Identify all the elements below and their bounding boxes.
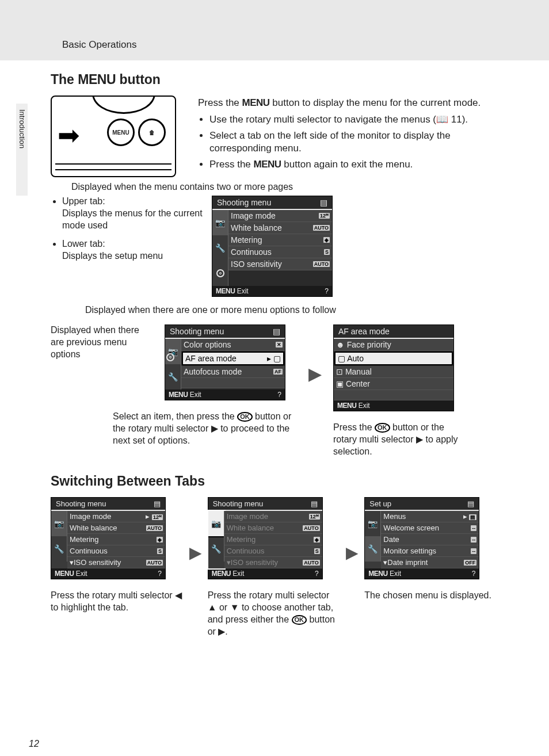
help-icon: ?: [325, 287, 329, 295]
menu-screenshot-2-col: Shooting menu▤ 📷 🔧 Color options✕ AF are…: [165, 324, 297, 446]
header-band: Basic Operations: [0, 0, 549, 60]
scroll-icon: ▤: [320, 198, 327, 207]
tab-descriptions: Upper tab:Displays the menus for the cur…: [51, 196, 204, 269]
menu-screenshot-3-col: AF area mode ☻ Face priority ▢ Auto ⊡ Ma…: [333, 324, 466, 457]
bullet-select-tab: Select a tab on the left side of the mon…: [209, 129, 497, 155]
note-pages: Displayed when the menu contains two or …: [71, 182, 497, 192]
switch-step-1: Shooting menu▤ 📷🔧 Image mode▸ 12ᴹ White …: [51, 497, 184, 614]
setup-tab-icon: 🔧: [365, 536, 381, 562]
switch-step-2: Shooting menu▤ 📷 🔧 Image mode12ᴹ White b…: [208, 497, 341, 637]
setup-tab-icon: 🔧: [208, 536, 224, 562]
caption-step-3: The chosen menu is displayed.: [364, 590, 497, 602]
scroll-icon: ▤: [273, 327, 280, 336]
caption-select: Select an item, then press the OK button…: [113, 411, 297, 446]
note-follow: Displayed when there are one or more men…: [85, 305, 497, 315]
heading-switching-tabs: Switching Between Tabs: [51, 474, 497, 489]
menu-screenshot-1: Shooting menu▤ 📷 🔧 Image mode12ᴹ White b…: [212, 196, 333, 297]
bullet-exit: Press the MENU button again to exit the …: [209, 158, 497, 171]
help-icon: ?: [277, 391, 281, 399]
ok-button-icon: OK: [292, 615, 307, 625]
caption-apply: Press the OK button or the rotary multi …: [333, 422, 466, 457]
caption-step-2: Press the rotary multi selector ▲ or ▼ t…: [208, 590, 341, 637]
arrow-icon: ➡: [58, 120, 80, 151]
setup-tab-icon: 🔧: [51, 536, 67, 562]
help-icon: ?: [158, 570, 162, 578]
help-icon: ?: [315, 570, 319, 578]
camera-tab-icon: 📷: [165, 339, 181, 364]
side-tab: Introduction: [16, 104, 28, 196]
camera-dial-icon: [92, 96, 155, 114]
page-content: The MENU button ➡ MENU 🗑 Press the MENU …: [0, 72, 549, 669]
arrow-right-icon: ▶: [189, 543, 202, 562]
heading-menu-button: The MENU button: [51, 72, 497, 87]
camera-tab-icon: 📷: [212, 210, 228, 235]
camera-tab-icon: 📷: [365, 511, 381, 536]
page-number: 12: [29, 739, 39, 749]
intro-text: Press the MENU button to display the men…: [198, 96, 497, 177]
camera-tab-icon: 📷: [208, 511, 224, 536]
switch-step-3: Set up▤ 📷🔧 Menus▸ ▤ Welcome screen-- Dat…: [364, 497, 497, 602]
arrow-right-icon: ▶: [308, 364, 322, 384]
setup-tab-icon: 🔧: [212, 235, 228, 261]
side-tab-label: Introduction: [18, 109, 26, 148]
trash-button-icon: 🗑: [138, 119, 166, 146]
target-icon: [212, 261, 228, 286]
ok-button-icon: OK: [375, 423, 390, 433]
ok-button-icon: OK: [237, 412, 253, 422]
note-previous: Displayed when there are previous menu o…: [51, 324, 153, 360]
arrow-right-icon: ▶: [346, 543, 359, 562]
camera-illustration: ➡ MENU 🗑: [51, 96, 176, 177]
caption-step-1: Press the rotary multi selector ◀ to hig…: [51, 590, 184, 614]
setup-tab-icon: 🔧: [165, 364, 181, 390]
chapter-title: Basic Operations: [62, 39, 136, 51]
bullet-navigate: Use the rotary multi selector to navigat…: [209, 113, 497, 126]
menu-word: MENU: [78, 72, 116, 87]
camera-tab-icon: 📷: [51, 511, 67, 536]
help-icon: ?: [472, 570, 476, 578]
menu-button-icon: MENU: [107, 119, 135, 146]
